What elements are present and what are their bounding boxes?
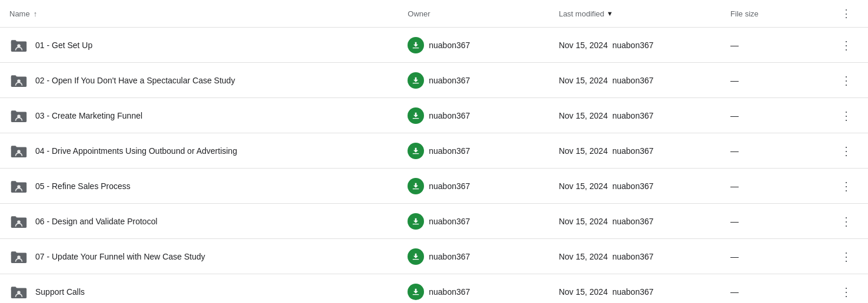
file-size-value: — — [730, 287, 739, 297]
table-row[interactable]: 04 - Drive Appointments Using Outbound o… — [0, 133, 868, 169]
name-cell: 05 - Refine Sales Process — [0, 169, 398, 204]
last-modified-column-header[interactable]: Last modified ▼ — [549, 0, 721, 28]
file-size-value: — — [730, 146, 739, 156]
row-menu-cell: ⋮ — [824, 204, 868, 239]
file-size-value: — — [730, 76, 739, 85]
file-name-label: 01 - Get Set Up — [35, 41, 92, 50]
owner-avatar — [408, 248, 424, 265]
svg-rect-29 — [413, 224, 419, 224]
row-menu-button[interactable]: ⋮ — [837, 212, 856, 231]
table-row[interactable]: 01 - Get Set Up nuabon367 Nov 15, 2024 n… — [0, 28, 868, 63]
modified-date-label: Nov 15, 2024 nuabon367 — [559, 287, 653, 297]
size-cell: — — [721, 63, 824, 98]
file-size-value: — — [730, 217, 739, 226]
file-name-label: 02 - Open If You Don't Have a Spectacula… — [35, 76, 235, 85]
table-row[interactable]: 07 - Update Your Funnel with New Case St… — [0, 239, 868, 274]
row-menu-cell: ⋮ — [824, 133, 868, 169]
header-menu-button[interactable]: ⋮ — [839, 5, 854, 22]
row-menu-cell: ⋮ — [824, 98, 868, 133]
owner-avatar — [408, 107, 424, 124]
modified-cell: Nov 15, 2024 nuabon367 — [549, 63, 721, 98]
row-menu-button[interactable]: ⋮ — [837, 247, 856, 266]
last-modified-header-label: Last modified — [559, 9, 604, 18]
svg-rect-34 — [413, 259, 419, 260]
owner-avatar — [408, 143, 424, 159]
owner-avatar — [408, 284, 424, 300]
folder-icon — [9, 36, 28, 55]
size-cell: — — [721, 239, 824, 274]
svg-rect-37 — [11, 287, 16, 289]
table-row[interactable]: 05 - Refine Sales Process nuabon367 Nov … — [0, 169, 868, 204]
owner-cell: nuabon367 — [398, 204, 549, 239]
size-cell: — — [721, 133, 824, 169]
download-icon — [411, 111, 420, 120]
size-cell: — — [721, 169, 824, 204]
owner-cell: nuabon367 — [398, 133, 549, 169]
modified-date-label: Nov 15, 2024 nuabon367 — [559, 111, 653, 120]
owner-cell: nuabon367 — [398, 63, 549, 98]
row-menu-cell: ⋮ — [824, 239, 868, 274]
owner-avatar — [408, 37, 424, 53]
folder-icon — [9, 106, 28, 125]
row-menu-cell: ⋮ — [824, 274, 868, 304]
table-row[interactable]: Support Calls nuabon367 Nov 15, 2024 nua… — [0, 274, 868, 304]
owner-name-label: nuabon367 — [429, 76, 470, 85]
file-size-value: — — [730, 41, 739, 50]
name-cell: 06 - Design and Validate Protocol — [0, 204, 398, 239]
modified-date-label: Nov 15, 2024 nuabon367 — [559, 41, 653, 50]
svg-rect-17 — [11, 146, 16, 148]
name-header-label: Name — [9, 9, 30, 18]
folder-icon — [9, 142, 28, 160]
owner-cell: nuabon367 — [398, 274, 549, 304]
download-icon — [411, 76, 420, 85]
svg-rect-4 — [413, 48, 419, 48]
modified-cell: Nov 15, 2024 nuabon367 — [549, 98, 721, 133]
folder-icon — [9, 177, 28, 196]
table-row[interactable]: 03 - Create Marketing Funnel nuabon367 N… — [0, 98, 868, 133]
table-row[interactable]: 02 - Open If You Don't Have a Spectacula… — [0, 63, 868, 98]
name-column-header[interactable]: Name ↑ — [0, 0, 398, 28]
row-menu-button[interactable]: ⋮ — [837, 142, 856, 160]
svg-rect-12 — [11, 110, 16, 113]
svg-rect-14 — [413, 118, 419, 119]
modified-cell: Nov 15, 2024 nuabon367 — [549, 133, 721, 169]
download-icon — [411, 252, 420, 261]
download-icon — [411, 217, 420, 226]
owner-cell: nuabon367 — [398, 98, 549, 133]
modified-date-label: Nov 15, 2024 nuabon367 — [559, 146, 653, 156]
modified-cell: Nov 15, 2024 nuabon367 — [549, 28, 721, 63]
modified-date-label: Nov 15, 2024 nuabon367 — [559, 76, 653, 85]
download-icon — [411, 146, 420, 156]
modified-date-label: Nov 15, 2024 nuabon367 — [559, 181, 653, 191]
svg-rect-24 — [413, 188, 419, 189]
row-menu-button[interactable]: ⋮ — [837, 177, 856, 196]
download-icon — [411, 41, 420, 50]
size-cell: — — [721, 98, 824, 133]
folder-icon — [9, 282, 28, 301]
owner-avatar — [408, 213, 424, 230]
last-modified-sort-arrow-icon: ▼ — [606, 10, 613, 17]
size-cell: — — [721, 274, 824, 304]
file-name-label: 06 - Design and Validate Protocol — [35, 217, 158, 226]
row-menu-cell: ⋮ — [824, 63, 868, 98]
svg-rect-39 — [413, 294, 419, 295]
table-row[interactable]: 06 - Design and Validate Protocol nuabon… — [0, 204, 868, 239]
file-name-label: 03 - Create Marketing Funnel — [35, 111, 142, 120]
row-menu-button[interactable]: ⋮ — [837, 106, 856, 125]
file-size-header-label: File size — [730, 9, 759, 18]
row-menu-cell: ⋮ — [824, 28, 868, 63]
header-menu-column[interactable]: ⋮ — [824, 0, 868, 28]
owner-avatar — [408, 178, 424, 194]
row-menu-button[interactable]: ⋮ — [837, 282, 856, 301]
folder-icon — [9, 212, 28, 231]
owner-name-label: nuabon367 — [429, 287, 470, 297]
download-icon — [411, 181, 420, 191]
modified-date-label: Nov 15, 2024 nuabon367 — [559, 217, 653, 226]
row-menu-button[interactable]: ⋮ — [837, 71, 856, 90]
folder-icon — [9, 247, 28, 266]
owner-name-label: nuabon367 — [429, 252, 470, 261]
row-menu-button[interactable]: ⋮ — [837, 36, 856, 55]
name-cell: 07 - Update Your Funnel with New Case St… — [0, 239, 398, 274]
svg-rect-9 — [413, 83, 419, 83]
modified-cell: Nov 15, 2024 nuabon367 — [549, 169, 721, 204]
